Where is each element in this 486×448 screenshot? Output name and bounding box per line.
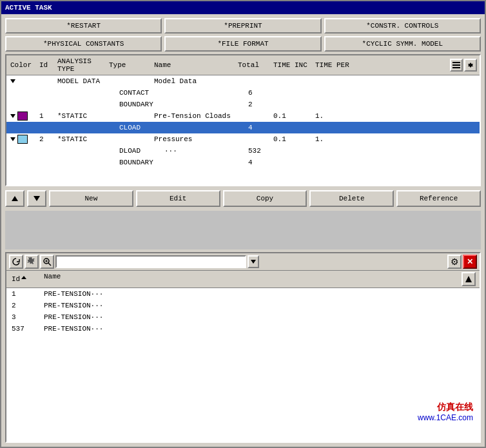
row-name: ··· <box>163 147 247 155</box>
table-row[interactable]: BOUNDARY 2 <box>6 99 480 110</box>
copy-button[interactable]: Copy <box>223 190 307 207</box>
search-dropdown-button[interactable] <box>248 255 259 268</box>
table-row[interactable]: CLOAD 4 <box>6 122 480 133</box>
table-row[interactable]: DLOAD ··· 532 <box>6 145 480 157</box>
window-title: ACTIVE TASK <box>5 4 52 12</box>
new-button[interactable]: New <box>49 190 133 207</box>
list-item-id: 3 <box>10 313 43 321</box>
list-sort-button[interactable] <box>462 272 476 286</box>
action-bar: New Edit Copy Delete Reference <box>5 189 481 208</box>
down-button[interactable] <box>27 190 46 207</box>
table-icon-sort[interactable] <box>464 59 477 72</box>
list-col-header-id: Id <box>10 272 43 286</box>
row-total: 532 <box>247 147 282 155</box>
list-item-id: 537 <box>10 325 43 333</box>
bottom-panel: ⚙ ✕ Id Name 1 PRE-TENSION··· <box>5 252 481 443</box>
edit-button[interactable]: Edit <box>136 190 220 207</box>
title-bar: ACTIVE TASK <box>1 1 485 14</box>
col-header-total: Total <box>237 61 272 70</box>
list-item[interactable]: 537 PRE-TENSION··· <box>6 323 480 335</box>
row-name: Pre-Tension Cloads <box>153 112 237 120</box>
svg-line-9 <box>48 263 51 266</box>
refresh-button[interactable] <box>9 255 23 269</box>
content-area: *RESTART *PREPRINT *CONSTR. CONTROLS *PH… <box>1 14 485 447</box>
expand-icon <box>10 114 15 118</box>
col-header-name: Name <box>153 61 237 70</box>
row-color-cell <box>9 135 38 144</box>
restart-button[interactable]: *RESTART <box>5 18 162 34</box>
close-x-button[interactable]: ✕ <box>463 255 477 269</box>
row-total: 6 <box>247 89 282 97</box>
list-item-name: PRE-TENSION··· <box>43 313 476 321</box>
table-icons <box>450 59 477 72</box>
row-color-cell <box>9 77 38 85</box>
row-total: 4 <box>247 124 282 131</box>
table-row[interactable]: 2 *STATIC Pressures 0.1 1. <box>6 133 480 145</box>
color-swatch <box>17 135 28 144</box>
reference-button[interactable]: Reference <box>396 190 481 207</box>
list-item-name: PRE-TENSION··· <box>43 325 476 333</box>
row-timeper: 1. <box>314 135 356 143</box>
bottom-toolbar: ⚙ ✕ <box>6 253 480 271</box>
list-item[interactable]: 2 PRE-TENSION··· <box>6 300 480 311</box>
row-analysis: *STATIC <box>56 112 108 120</box>
toolbar-row-1: *RESTART *PREPRINT *CONSTR. CONTROLS <box>5 18 481 34</box>
file-format-button[interactable]: *FILE FORMAT <box>164 36 321 52</box>
table-row[interactable]: BOUNDARY 4 <box>6 157 480 168</box>
toolbar-row-2: *PHYSICAL CONSTANTS *FILE FORMAT *CYCLIC… <box>5 36 481 52</box>
row-total: 4 <box>247 159 282 166</box>
list-item[interactable]: 3 PRE-TENSION··· <box>6 311 480 323</box>
row-timeinc: 0.1 <box>272 135 314 143</box>
up-button[interactable] <box>5 190 24 207</box>
svg-marker-7 <box>27 257 34 264</box>
list-col-header-name: Name <box>43 272 462 286</box>
table-body[interactable]: MODEL DATA Model Data CONTACT 6 <box>6 75 480 185</box>
svg-marker-13 <box>21 276 26 279</box>
expand-icon <box>10 137 15 141</box>
col-header-timeinc: TIME INC <box>272 61 314 70</box>
row-type: CLOAD <box>118 124 163 131</box>
list-header: Id Name <box>6 271 480 288</box>
list-item-id: 2 <box>10 302 43 309</box>
col-header-analysis: ANALYSIS TYPE <box>56 57 108 73</box>
row-timeinc: 0.1 <box>272 112 314 120</box>
main-window: ACTIVE TASK *RESTART *PREPRINT *CONSTR. … <box>0 0 486 448</box>
delete-button[interactable]: Delete <box>309 190 394 207</box>
row-type: CONTACT <box>118 89 163 97</box>
zoom-button[interactable] <box>40 255 54 269</box>
table-row[interactable]: 1 *STATIC Pre-Tension Cloads 0.1 1. <box>6 110 480 122</box>
svg-marker-5 <box>12 196 18 201</box>
list-item[interactable]: 1 PRE-TENSION··· <box>6 288 480 300</box>
col-header-timeper: TIME PER <box>314 61 356 70</box>
svg-rect-1 <box>452 64 460 66</box>
preprint-button[interactable]: *PREPRINT <box>164 18 321 34</box>
col-header-type: Type <box>108 61 153 70</box>
cyclic-symm-button[interactable]: *CYCLIC SYMM. MODEL <box>324 36 481 52</box>
constr-controls-button[interactable]: *CONSTR. CONTROLS <box>324 18 481 34</box>
table-row[interactable]: MODEL DATA Model Data <box>6 75 480 87</box>
panel-gap <box>5 211 481 249</box>
row-timeper: 1. <box>314 112 356 120</box>
list-scroll[interactable]: 1 PRE-TENSION··· 2 PRE-TENSION··· 3 PRE-… <box>6 288 480 442</box>
row-total: 2 <box>247 101 282 108</box>
physical-constants-button[interactable]: *PHYSICAL CONSTANTS <box>5 36 162 52</box>
table-icon-list[interactable] <box>450 59 463 72</box>
row-type: DLOAD <box>118 147 163 155</box>
row-id: 2 <box>38 135 56 143</box>
row-analysis: *STATIC <box>56 135 108 143</box>
list-item-name: PRE-TENSION··· <box>43 302 476 309</box>
gear-button[interactable]: ⚙ <box>447 255 462 269</box>
settings-tool-button[interactable] <box>24 255 39 269</box>
row-type: BOUNDARY <box>118 101 163 108</box>
row-analysis: MODEL DATA <box>56 77 108 85</box>
row-color-cell <box>9 112 38 121</box>
table-row[interactable]: CONTACT 6 <box>6 87 480 99</box>
col-header-id: Id <box>38 61 56 70</box>
svg-rect-2 <box>452 67 460 68</box>
svg-rect-0 <box>452 62 460 63</box>
row-name: Model Data <box>153 77 237 85</box>
svg-marker-14 <box>465 276 472 282</box>
search-input[interactable] <box>55 255 246 268</box>
list-item-id: 1 <box>10 290 43 298</box>
row-id: 1 <box>38 112 56 120</box>
